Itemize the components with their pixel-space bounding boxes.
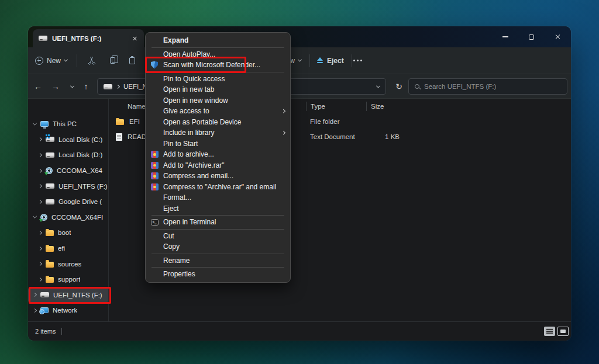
menu-item-properties[interactable]: Properties [146,269,290,280]
menu-item-eject[interactable]: Eject [146,203,290,214]
winrar-icon [151,172,159,179]
menu-item-format[interactable]: Format... [146,192,290,203]
menu-item-pin-to-start[interactable]: Pin to Start [146,138,290,150]
sidebar-item-uefi-ntfs-f[interactable]: UEFI_NTFS (F:) [28,178,108,194]
file-type: Text Document [306,133,366,140]
column-header-size[interactable]: Size [366,102,406,111]
sidebar-item-support[interactable]: support [28,272,108,287]
menu-item-open-in-terminal[interactable]: Open in Terminal [146,217,290,228]
drive-icon [46,199,54,204]
toolbar-divider [77,54,77,67]
this-pc-icon [40,121,49,127]
close-icon [555,34,561,40]
drive-icon [40,292,49,297]
back-button[interactable]: ← [30,74,46,99]
file-name: EFI [129,118,140,125]
cut-button[interactable] [88,57,96,65]
tab-bar: UEFI_NTFS (F:) [28,26,571,47]
eject-button[interactable]: Eject [316,57,344,65]
recent-locations-button[interactable] [64,74,80,99]
menu-separator [152,215,284,216]
desktop-wallpaper: UEFI_NTFS (F:) New View [0,0,599,364]
menu-item-open-autoplay[interactable]: Open AutoPlay... [146,49,290,60]
menu-item-expand[interactable]: Expand [146,35,290,46]
submenu-chevron-icon [281,131,285,134]
menu-item-rename[interactable]: Rename [146,255,290,266]
menu-item-add-to-archive-rar[interactable]: Add to "Archive.rar" [146,160,290,171]
folder-icon [46,262,54,268]
menu-item-open-in-new-tab[interactable]: Open in new tab [146,84,290,95]
menu-item-open-as-portable-device[interactable]: Open as Portable Device [146,117,290,128]
menu-item-copy[interactable]: Copy [146,241,290,252]
folder-icon [116,119,124,125]
toolbar-divider [309,54,310,67]
search-input[interactable] [424,83,561,90]
explorer-body: This PC Local Disk (C:) Local Disk (D:) … [28,99,571,321]
winrar-icon [151,162,159,169]
forward-button[interactable]: → [48,74,63,99]
new-label: New [47,57,61,65]
icons-view-button[interactable] [557,327,569,336]
chevron-down-icon [64,58,68,62]
folder-icon [46,230,54,236]
sidebar-item-local-disk-c[interactable]: Local Disk (C:) [28,132,108,148]
drive-icon [46,152,54,158]
paste-icon [129,57,135,64]
chevron-down-icon [33,214,37,219]
search-box[interactable] [408,78,567,95]
chevron-right-icon [38,200,42,204]
eject-label: Eject [327,57,344,65]
winrar-icon [151,151,159,158]
menu-item-open-in-new-window[interactable]: Open in new window [146,95,290,106]
drive-icon [39,36,47,41]
sidebar-item-google-drive[interactable]: Google Drive ( [28,194,108,210]
up-button[interactable]: ↑ [78,74,94,99]
sidebar-item-network[interactable]: Network [28,303,108,318]
column-header-type[interactable]: Type [306,102,366,111]
menu-separator [152,47,284,48]
menu-item-pin-to-quick-access[interactable]: Pin to Quick access [146,74,290,85]
disc-drive-icon [46,167,53,174]
close-tab-icon[interactable] [133,36,138,41]
sidebar-item-boot[interactable]: boot [28,225,108,241]
sidebar-item-this-pc[interactable]: This PC [28,116,108,132]
chevron-right-icon [33,293,37,297]
sidebar-item-cccoma-x64[interactable]: CCCOMA_X64 [28,163,108,179]
address-dropdown-icon[interactable] [376,84,380,88]
chevron-right-icon [33,308,37,313]
menu-item-scan-with-defender[interactable]: Scan with Microsoft Defender... [146,60,290,71]
sidebar-item-sources[interactable]: sources [28,256,108,272]
sidebar-item-efi[interactable]: efi [28,241,108,256]
maximize-button[interactable] [518,26,545,47]
file-type: File folder [306,118,366,125]
chevron-down-icon [70,84,74,88]
close-button[interactable] [545,26,571,47]
details-view-button[interactable] [544,327,555,336]
defender-shield-icon [151,61,158,69]
menu-item-give-access-to[interactable]: Give access to [146,106,290,117]
refresh-button[interactable]: ↻ [391,78,407,95]
sidebar-item-cccoma-x64fi[interactable]: CCCOMA_X64FI [28,210,108,226]
sidebar-item-uefi-ntfs-f-selected[interactable]: UEFI_NTFS (F:) [28,287,108,303]
menu-item-include-in-library[interactable]: Include in library [146,127,290,138]
copy-button[interactable] [108,57,115,64]
minimize-button[interactable] [492,26,518,47]
minimize-icon [502,36,508,37]
chevron-down-icon [298,58,302,62]
new-button[interactable]: New [35,57,67,65]
network-icon [40,307,49,313]
file-size: 1 KB [366,133,406,140]
menu-item-cut[interactable]: Cut [146,231,290,242]
winrar-icon [151,183,159,190]
menu-item-add-to-archive[interactable]: Add to archive... [146,149,290,160]
chevron-down-icon [33,121,37,125]
menu-item-compress-and-email[interactable]: Compress and email... [146,171,290,182]
tab-uefi-ntfs[interactable]: UEFI_NTFS (F:) [33,29,144,47]
chevron-right-icon [38,153,42,157]
chevron-right-icon [38,247,42,251]
menu-item-compress-to-archive-rar-and-email[interactable]: Compress to "Archive.rar" and email [146,182,290,193]
see-more-button[interactable] [352,60,363,61]
chevron-right-icon [38,231,42,235]
paste-button[interactable] [129,57,135,64]
sidebar-item-local-disk-d[interactable]: Local Disk (D:) [28,147,108,163]
